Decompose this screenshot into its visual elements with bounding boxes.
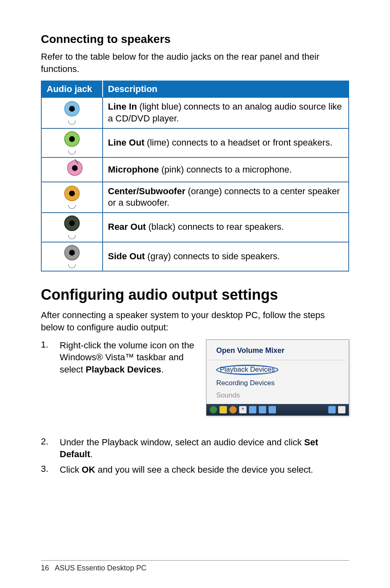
- tray-icon: [249, 406, 256, 413]
- side-out-jack-icon: [64, 245, 80, 269]
- desc-bold: Microphone: [108, 164, 159, 175]
- line-in-jack-icon: [64, 101, 80, 125]
- table-row: Side Out (gray) connects to side speaker…: [41, 242, 349, 272]
- microphone-jack-icon: [64, 160, 80, 179]
- footer-text: ASUS Essentio Desktop PC: [55, 564, 146, 572]
- connecting-intro: Refer to the table below for the audio j…: [41, 51, 349, 75]
- tray-icon: [210, 406, 217, 413]
- step-1-text: Right-click the volume icon on the Windo…: [60, 339, 196, 416]
- volume-icon: [338, 406, 345, 413]
- tray-icon: [229, 406, 237, 413]
- step-2-text: Under the Playback window, select an aud…: [60, 436, 349, 460]
- table-row: Center/Subwoofer (orange) connects to a …: [41, 182, 349, 213]
- audio-jack-table: Audio jack Description Line In (light bl…: [41, 81, 349, 272]
- taskbar-screenshot: *: [206, 404, 349, 415]
- configuring-heading: Configuring audio output settings: [41, 286, 349, 303]
- desc-text: (black) connects to rear speakers.: [146, 222, 284, 232]
- table-row: Microphone (pink) connects to a micropho…: [41, 157, 349, 182]
- rear-out-jack-icon: [64, 215, 80, 239]
- menu-open-volume-mixer: Open Volume Mixer: [206, 342, 349, 360]
- network-icon: [328, 406, 336, 413]
- tray-icon: [220, 406, 227, 413]
- desc-text: (pink) connects to a microphone.: [159, 164, 292, 175]
- context-menu-screenshot: Open Volume Mixer Playback Devices Recor…: [206, 339, 349, 416]
- desc-text: (gray) connects to side speakers.: [145, 251, 280, 261]
- desc-text: (lime) connects to a headset or front sp…: [144, 137, 332, 148]
- bluetooth-icon: *: [239, 406, 247, 413]
- table-row: Line Out (lime) connects to a headset or…: [41, 128, 349, 158]
- table-row: Rear Out (black) connects to rear speake…: [41, 213, 349, 242]
- table-header-jack: Audio jack: [41, 81, 103, 97]
- step-3-text: Click OK and you will see a check beside…: [60, 464, 349, 476]
- desc-text: (light blue) connects to an analog audio…: [108, 101, 342, 123]
- page-footer: 16 ASUS Essentio Desktop PC: [41, 560, 349, 572]
- menu-sounds: Sounds: [206, 389, 349, 402]
- tray-icon: [259, 406, 266, 413]
- menu-recording-devices: Recording Devices: [206, 377, 349, 389]
- step-number: 1.: [41, 339, 52, 416]
- step-number: 2.: [41, 436, 52, 447]
- tray-icon: [269, 406, 276, 413]
- table-header-desc: Description: [103, 81, 349, 97]
- table-row: Line In (light blue) connects to an anal…: [41, 97, 349, 128]
- desc-bold: Side Out: [108, 251, 145, 261]
- line-out-jack-icon: [64, 131, 80, 155]
- menu-separator: [209, 360, 346, 360]
- desc-bold: Rear Out: [108, 222, 146, 232]
- page-number: 16: [41, 564, 49, 572]
- configuring-intro: After connecting a speaker system to you…: [41, 309, 349, 333]
- desc-bold: Center/Subwoofer: [108, 186, 185, 196]
- connecting-heading: Connecting to speakers: [41, 33, 349, 46]
- desc-bold: Line In: [108, 101, 137, 112]
- menu-playback-devices: Playback Devices: [206, 363, 349, 377]
- step-number: 3.: [41, 464, 52, 474]
- center-subwoofer-jack-icon: [64, 186, 80, 209]
- desc-bold: Line Out: [108, 137, 144, 148]
